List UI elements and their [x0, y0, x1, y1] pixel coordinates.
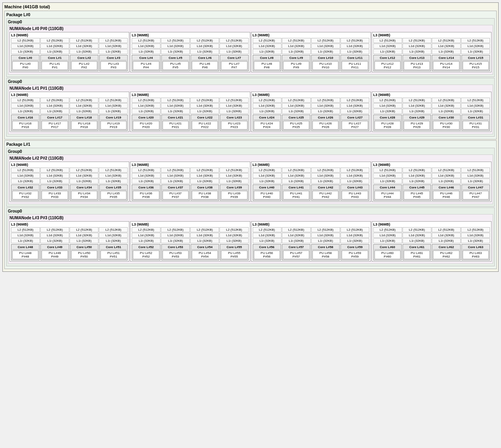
- l1d-row: L1d (32KB) L1d (32KB) L1d (32KB) L1d (32…: [11, 43, 128, 49]
- core-2: Core L#2 PU L#2P#2: [70, 55, 98, 71]
- core-12: Core L#12 PU L#12P#12: [373, 55, 402, 71]
- numa-3-title: NUMANode L#3 P#3 (110GB): [9, 216, 492, 220]
- group-1-0: Group0 NUMANode L#2 P#2 (110GB) L3 (96MB…: [6, 148, 495, 207]
- group-0-0: Group0 NUMANode L#0 P#0 (110GB) L3 (96MB…: [6, 18, 495, 77]
- l1i-row: L1i (32KB) L1i (32KB) L1i (32KB) L1i (32…: [11, 49, 128, 54]
- core-4: Core L#4 PU L#4P#4: [132, 55, 160, 71]
- core-row: Core L#0 PU L#0P#0 Core L#1 PU L#1P#1 Co…: [11, 55, 128, 71]
- numa-0-title: NUMANode L#0 P#0 (110GB): [9, 26, 492, 31]
- core-15: Core L#15 PU L#15P#15: [461, 55, 490, 71]
- group-0-0-title: Group0: [8, 20, 493, 24]
- l2-row: L2 (512KB) L2 (512KB) L2 (512KB) L2 (512…: [11, 38, 128, 43]
- numa-0: NUMANode L#0 P#0 (110GB) L3 (96MB) L2 (5…: [8, 25, 493, 75]
- group-1-0-title: Group0: [8, 149, 493, 154]
- core-1: Core L#1 PU L#1P#1: [40, 55, 69, 71]
- core-0: Core L#0 PU L#0P#0: [11, 55, 40, 71]
- package-1: Package L#1 Group0 NUMANode L#2 P#2 (110…: [4, 140, 497, 269]
- machine-title: Machine (441GB total): [4, 4, 497, 9]
- l3-0-0: L3 (96MB) L2 (512KB) L2 (512KB) L2 (512K…: [9, 32, 129, 72]
- numa-2: NUMANode L#2 P#2 (110GB) L3 (96MB) L2 (5…: [8, 154, 493, 204]
- group-1-1: Group0 NUMANode L#3 P#3 (110GB) L3 (96MB…: [6, 207, 495, 266]
- l3-0-2: L3 (96MB) L2 (512KB) L2 (512KB) L2 (512K…: [251, 32, 371, 72]
- numa-1: NUMANode L#1 P#1 (110GB) L3 (96MB) L2 (5…: [8, 85, 493, 134]
- core-3: Core L#3 PU L#3P#3: [99, 55, 128, 71]
- core-11: Core L#11 PU L#11P#11: [340, 55, 369, 71]
- numa-3: NUMANode L#3 P#3 (110GB) L3 (96MB) L2 (5…: [8, 214, 493, 264]
- machine-box: Machine (441GB total) Package L#0 Group0…: [2, 2, 499, 272]
- core-9: Core L#9 PU L#9P#9: [282, 55, 310, 71]
- l3-0-3: L3 (96MB) L2 (512KB) L2 (512KB) L2 (512K…: [372, 32, 492, 72]
- numa-1-title: NUMANode L#1 P#1 (110GB): [9, 86, 492, 90]
- group-1-1-title: Group0: [8, 209, 493, 213]
- core-7: Core L#7 PU L#7P#7: [220, 55, 248, 71]
- package-0: Package L#0 Group0 NUMANode L#0 P#0 (110…: [4, 11, 497, 139]
- group-0-1: Group0 NUMANode L#1 P#1 (110GB) L3 (96MB…: [6, 78, 495, 137]
- l3-row-0: L3 (96MB) L2 (512KB) L2 (512KB) L2 (512K…: [9, 32, 492, 72]
- group-0-1-title: Group0: [8, 79, 493, 84]
- numa-2-title: NUMANode L#2 P#2 (110GB): [9, 156, 492, 160]
- package-1-title: Package L#1: [6, 142, 495, 147]
- core-14: Core L#14 PU L#14P#14: [432, 55, 460, 71]
- core-10: Core L#10 PU L#10P#10: [311, 55, 340, 71]
- core-8: Core L#8 PU L#8P#8: [253, 55, 281, 71]
- package-0-title: Package L#0: [6, 13, 495, 17]
- core-6: Core L#6 PU L#6P#6: [191, 55, 219, 71]
- l3-row-1: L3 (96MB) L2 (512KB)L2 (512KB)L2 (512KB)…: [9, 92, 492, 132]
- core-5: Core L#5 PU L#5P#5: [161, 55, 190, 71]
- core-13: Core L#13 PU L#13P#13: [403, 55, 431, 71]
- l3-0-1: L3 (96MB) L2 (512KB) L2 (512KB) L2 (512K…: [130, 32, 250, 72]
